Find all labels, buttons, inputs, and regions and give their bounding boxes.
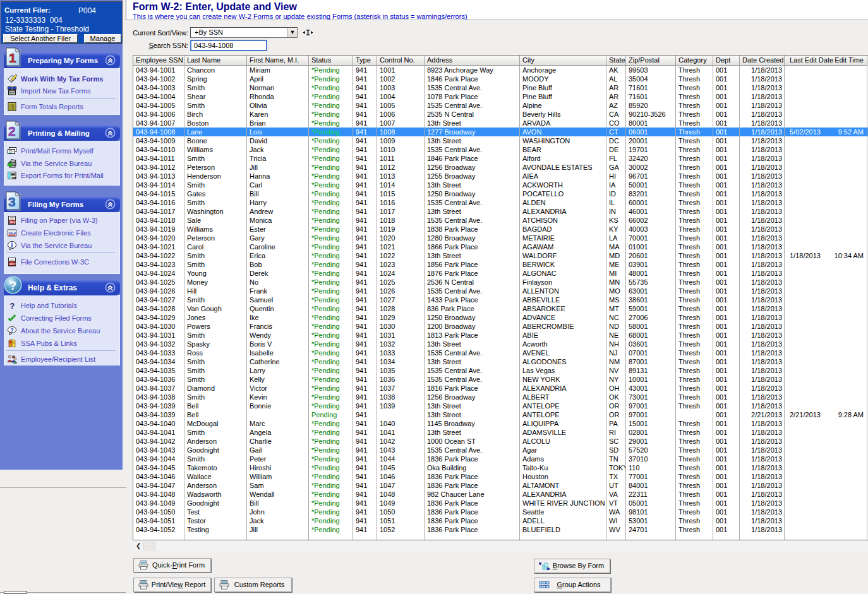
svg-text:?: ? [10, 302, 15, 311]
svg-text:3: 3 [8, 194, 16, 209]
svg-text:W3C: W3C [9, 263, 16, 266]
svg-text:?: ? [10, 327, 14, 333]
svg-text:W-3: W-3 [10, 221, 16, 224]
svg-text:SSA: SSA [8, 231, 16, 235]
svg-text:2: 2 [8, 124, 16, 138]
svg-text:1: 1 [9, 50, 16, 65]
svg-text:?: ? [9, 279, 17, 292]
